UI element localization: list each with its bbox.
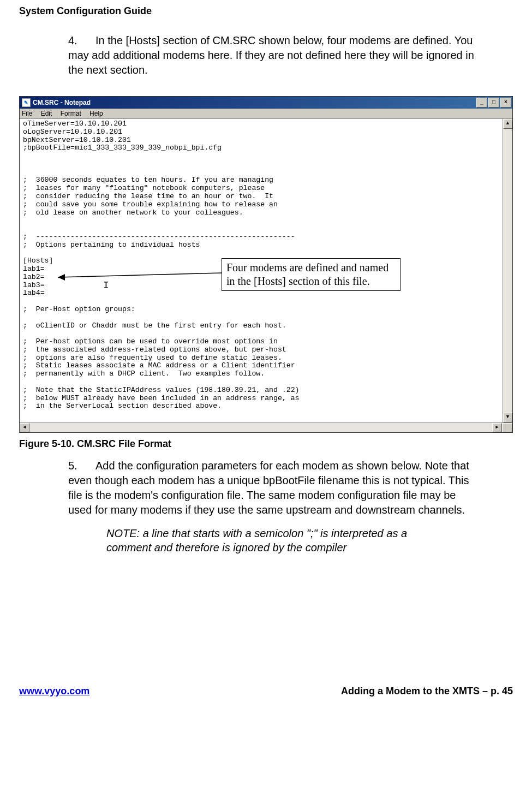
menu-help[interactable]: Help — [89, 110, 103, 117]
step-4-number: 4. — [68, 33, 95, 48]
scroll-right-button[interactable]: ► — [492, 423, 502, 432]
page-footer: www.vyyo.com Adding a Modem to the XMTS … — [0, 686, 532, 697]
notepad-screenshot: ✎ CM.SRC - Notepad _ □ × File Edit Forma… — [19, 96, 513, 433]
horizontal-scrollbar[interactable]: ◄ ► — [20, 422, 512, 432]
footer-url[interactable]: www.vyyo.com — [19, 686, 89, 697]
footer-page-info: Adding a Modem to the XMTS – p. 45 — [341, 686, 513, 697]
step-4: 4.In the [Hosts] section of CM.SRC shown… — [68, 33, 480, 78]
scroll-down-button[interactable]: ▼ — [503, 413, 512, 422]
notepad-window: ✎ CM.SRC - Notepad _ □ × File Edit Forma… — [19, 96, 513, 433]
menu-format[interactable]: Format — [61, 110, 81, 117]
doc-header: System Configuration Guide — [19, 5, 513, 17]
titlebar[interactable]: ✎ CM.SRC - Notepad _ □ × — [20, 97, 512, 109]
callout-box: Four modems are defined and named in the… — [222, 258, 401, 291]
close-button[interactable]: × — [500, 98, 511, 108]
maximize-button[interactable]: □ — [488, 98, 499, 108]
resize-grip[interactable] — [502, 423, 512, 432]
step-5-number: 5. — [68, 458, 95, 473]
window-title: CM.SRC - Notepad — [33, 99, 91, 106]
menu-file[interactable]: File — [22, 110, 32, 117]
note-text: NOTE: a line that starts with a semicolo… — [106, 526, 442, 555]
callout-text: Four modems are defined and named in the… — [226, 261, 388, 287]
notepad-app-icon: ✎ — [22, 98, 31, 107]
menu-bar: File Edit Format Help — [20, 109, 512, 119]
menu-edit[interactable]: Edit — [41, 110, 52, 117]
minimize-button[interactable]: _ — [476, 98, 487, 108]
text-caret-icon: I — [103, 280, 109, 291]
scroll-up-button[interactable]: ▲ — [503, 119, 512, 129]
step-5-text: Add the configuration parameters for eac… — [68, 460, 469, 516]
vertical-scrollbar[interactable]: ▲ ▼ — [503, 119, 512, 422]
scroll-left-button[interactable]: ◄ — [20, 423, 29, 432]
step-5: 5.Add the configuration parameters for e… — [68, 458, 480, 517]
step-4-text: In the [Hosts] section of CM.SRC shown b… — [68, 34, 474, 76]
figure-caption: Figure 5-10. CM.SRC File Format — [19, 438, 513, 450]
